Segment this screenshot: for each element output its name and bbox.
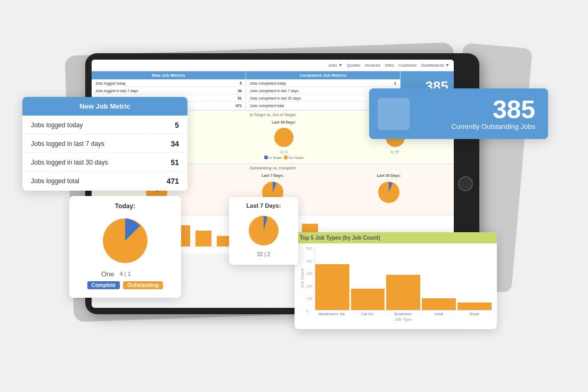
y-tick: 200: [306, 284, 313, 288]
table-row: Jobs logged in last 7 days 34: [93, 88, 244, 94]
one-label: One: [101, 270, 115, 278]
pie-label: Last 30 Days:: [377, 174, 401, 177]
last7-title: Last 7 Days:: [236, 202, 291, 209]
bar-group-row: [315, 247, 492, 311]
bar-rect: [422, 298, 456, 310]
pie-last30: Last 30 Days: 0 | 3 In Target Out Target: [264, 120, 303, 159]
screen-new-job-header: New Job Metrics: [92, 71, 246, 79]
x-label-callout: Call Out: [350, 312, 385, 316]
pie-values: 0 | 3: [281, 150, 288, 154]
row-label: Jobs logged total: [23, 173, 148, 190]
x-axis-label: Job Type: [315, 317, 492, 322]
pie-label: Last 7 Days:: [262, 174, 283, 177]
pie-label: Last 30 Days:: [272, 120, 296, 124]
row-label: Jobs logged today: [23, 117, 148, 134]
pie-values: 0 | 57: [391, 150, 399, 154]
bar-chart-header: Top 5 Job Types (by Job Count): [295, 232, 497, 243]
bar-rect: [315, 264, 349, 310]
row-label: Jobs completed in last 30 days: [247, 95, 376, 102]
bar-chart-with-y-axis: Job Count 500 400 300 200 100 0: [300, 247, 492, 322]
tablet-home-button[interactable]: [458, 176, 473, 191]
nav-quotes[interactable]: Quotes: [347, 63, 361, 68]
legend-complete: Complete: [87, 281, 120, 289]
x-label-maintenance: Maintenance Job: [315, 312, 349, 316]
row-value: 471: [216, 103, 244, 109]
today-pie-svg: [99, 214, 152, 267]
row-label: Jobs logged in last 7 days: [93, 88, 215, 94]
nav-dashboards[interactable]: Dashboards ▼: [421, 63, 450, 68]
table-row: Jobs logged total 471: [23, 173, 186, 190]
row-label: Jobs logged in last 30 days: [23, 154, 148, 172]
today-pie-wrap: [78, 214, 173, 267]
legend-label: Out Target: [289, 156, 304, 159]
table-row: Jobs logged in last 7 days 34: [23, 135, 186, 153]
y-tick: 500: [306, 247, 313, 250]
pie-chart-ovsc-last30: [375, 179, 402, 206]
outstanding-text-group: 385 Currently Outstanding Jobs: [451, 97, 535, 130]
row-value: 471: [149, 173, 186, 190]
nav-invoices[interactable]: Invoices: [365, 63, 380, 68]
table-row: Jobs logged today 5: [93, 80, 244, 87]
legend-label: In Target: [269, 156, 281, 159]
nav-customer[interactable]: Customer: [398, 63, 417, 68]
x-label-repair: Repair: [458, 312, 492, 316]
legend-row: In Target Out Target: [264, 156, 303, 159]
legend-dot-blue: [264, 156, 268, 159]
row-value: 5: [149, 117, 186, 134]
bar-rect: [351, 289, 385, 310]
bar-col-repair: [458, 303, 492, 310]
table-row: Jobs completed today 1: [247, 80, 399, 87]
last7-pie-wrap: [236, 212, 291, 249]
row-value: 34: [216, 88, 244, 94]
outstanding-label: Currently Outstanding Jobs: [451, 123, 535, 130]
bar-col-maintenance: [315, 264, 349, 310]
legend-out-target: Out Target: [284, 156, 304, 159]
new-job-metric-table: Jobs logged today 5 Jobs logged in last …: [22, 116, 187, 191]
last7-pie-card: Last 7 Days: 32 | 2: [229, 197, 298, 265]
legend-dot-orange: [284, 156, 288, 159]
y-axis: 500 400 300 200 100 0: [306, 247, 313, 322]
screen-completed-header: Completed Job Metrics: [246, 71, 400, 79]
bar-chart-card: Top 5 Job Types (by Job Count) Job Count…: [295, 232, 497, 329]
today-pie-card: Today: 4 | 1 Complete Outstanding: [69, 196, 181, 298]
outstanding-number: 385: [493, 97, 535, 123]
pie-chart-svg: [272, 126, 296, 149]
y-tick: 300: [306, 272, 313, 275]
outstanding-jobs-card: 385 Currently Outstanding Jobs: [369, 88, 548, 139]
bar-rect: [386, 275, 420, 310]
bar-rect: [458, 303, 492, 310]
bar-chart-body: Job Count 500 400 300 200 100 0: [295, 243, 497, 325]
nav-jobs[interactable]: Jobs ▼: [328, 63, 342, 68]
svg-rect-10: [195, 231, 211, 247]
row-label: Jobs logged today: [93, 80, 215, 87]
x-label-breakdown: Breakdown: [386, 312, 420, 316]
row-value: 51: [216, 95, 244, 102]
bar-col-install: [422, 298, 456, 310]
y-tick: 100: [306, 297, 313, 300]
bar-x-labels: Maintenance Job Call Out Breakdown Insta…: [315, 312, 492, 316]
last7-pie-svg: [245, 212, 282, 249]
last7-pie-values: 32 | 2: [236, 251, 291, 257]
new-job-metric-header: New Job Metric: [22, 97, 187, 116]
bar-col-breakdown: [386, 275, 420, 310]
row-value: 51: [149, 154, 186, 172]
today-pie-values: 4 | 1: [78, 271, 173, 277]
row-value: 34: [149, 135, 186, 153]
screen-nav: Jobs ▼ Quotes Invoices Sites Customer Da…: [92, 60, 454, 71]
row-label: Jobs completed today: [247, 80, 376, 87]
svg-point-1: [274, 128, 293, 147]
row-label: Jobs logged in last 7 days: [23, 135, 148, 153]
table-row: Jobs logged today 5: [23, 117, 186, 134]
row-label: Jobs completed total: [247, 103, 376, 109]
nav-sites[interactable]: Sites: [385, 63, 394, 68]
table-row: Jobs logged in last 30 days 51: [23, 154, 186, 172]
legend-outstanding: Outstanding: [123, 281, 163, 289]
today-pie-title: Today:: [78, 202, 173, 210]
outstanding-thumbnail: [378, 98, 410, 130]
bar-col-callout: [351, 289, 385, 310]
new-job-metric-card: New Job Metric Jobs logged today 5 Jobs …: [22, 97, 187, 191]
row-value: 1: [377, 80, 399, 87]
bar-chart-inner: Maintenance Job Call Out Breakdown Insta…: [315, 247, 492, 322]
legend-in-target: In Target: [264, 156, 281, 159]
y-tick: 400: [306, 259, 313, 263]
